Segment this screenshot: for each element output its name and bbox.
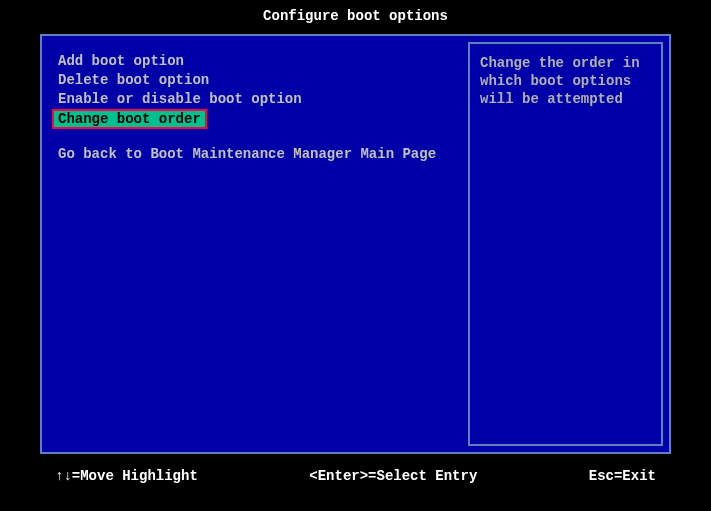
menu-spacer bbox=[56, 129, 452, 145]
help-pane: Change the order in which boot options w… bbox=[468, 42, 663, 446]
page-title: Configure boot options bbox=[0, 0, 711, 34]
hint-move-highlight: ↑↓=Move Highlight bbox=[55, 468, 198, 484]
menu-item-add-boot[interactable]: Add boot option bbox=[56, 52, 452, 70]
help-text: Change the order in which boot options w… bbox=[480, 54, 651, 109]
main-panel: Add boot option Delete boot option Enabl… bbox=[40, 34, 671, 454]
menu-item-delete-boot[interactable]: Delete boot option bbox=[56, 71, 452, 89]
menu-item-go-back[interactable]: Go back to Boot Maintenance Manager Main… bbox=[56, 145, 452, 163]
hint-exit: Esc=Exit bbox=[589, 468, 656, 484]
menu-item-enable-disable-boot[interactable]: Enable or disable boot option bbox=[56, 90, 452, 108]
hint-select-entry: <Enter>=Select Entry bbox=[309, 468, 477, 484]
menu-item-change-boot-order[interactable]: Change boot order bbox=[52, 109, 207, 129]
menu-pane: Add boot option Delete boot option Enabl… bbox=[48, 42, 460, 446]
footer-hints: ↑↓=Move Highlight <Enter>=Select Entry E… bbox=[0, 454, 711, 484]
